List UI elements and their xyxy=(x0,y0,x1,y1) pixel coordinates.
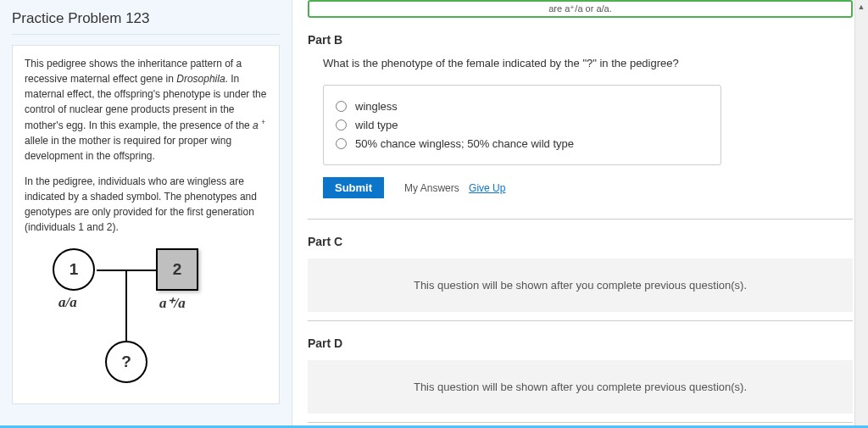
pedigree-descent-line xyxy=(125,270,127,341)
part-b-section: Part B What is the phenotype of the fema… xyxy=(308,33,853,198)
part-c-title: Part C xyxy=(308,235,853,248)
pedigree-child: ? xyxy=(105,341,147,383)
right-panel[interactable]: are a⁺/a or a/a. Part B What is the phen… xyxy=(292,0,868,425)
problem-title: Practice Problem 123 xyxy=(12,10,280,35)
genotype-label-2: a⁺/a xyxy=(159,294,186,312)
problem-paragraph-2: In the pedigree, individuals who are win… xyxy=(25,174,267,235)
scroll-up-icon[interactable]: ▲ xyxy=(854,0,868,14)
part-c-section: Part C This question will be shown after… xyxy=(308,219,853,312)
option-wingless[interactable]: wingless xyxy=(336,100,709,113)
part-c-locked-message: This question will be shown after you co… xyxy=(308,258,853,312)
pedigree-diagram: 1 2 ? a/a a⁺/a xyxy=(36,245,256,393)
part-b-question: What is the phenotype of the female indi… xyxy=(323,57,853,69)
radio-wild-type[interactable] xyxy=(336,120,347,131)
part-b-options: wingless wild type 50% chance wingless; … xyxy=(323,85,721,165)
part-d-section: Part D This question will be shown after… xyxy=(308,320,853,414)
feedback-box: are a⁺/a or a/a. xyxy=(308,0,853,18)
part-d-title: Part D xyxy=(308,336,853,350)
genotype-label-1: a/a xyxy=(58,294,77,311)
option-fifty-fifty[interactable]: 50% chance wingless; 50% chance wild typ… xyxy=(336,137,709,150)
part-b-title: Part B xyxy=(308,33,853,47)
give-up-link[interactable]: Give Up xyxy=(469,182,505,194)
submit-button[interactable]: Submit xyxy=(323,177,384,198)
problem-paragraph-1: This pedigree shows the inheritance patt… xyxy=(25,56,267,164)
problem-description-box: This pedigree shows the inheritance patt… xyxy=(12,45,280,404)
part-d-locked-message: This question will be shown after you co… xyxy=(308,360,853,414)
scrollbar[interactable]: ▲ xyxy=(854,0,868,425)
radio-fifty-fifty[interactable] xyxy=(336,138,347,149)
my-answers-label: My Answers xyxy=(404,182,459,194)
option-wild-type[interactable]: wild type xyxy=(336,119,709,131)
pedigree-individual-2: 2 xyxy=(156,248,198,291)
part-e-section: Part E xyxy=(308,422,853,425)
radio-wingless[interactable] xyxy=(336,101,347,112)
left-panel: Practice Problem 123 This pedigree shows… xyxy=(0,0,292,425)
pedigree-individual-1: 1 xyxy=(53,248,95,291)
answer-links: My Answers Give Up xyxy=(404,182,505,194)
